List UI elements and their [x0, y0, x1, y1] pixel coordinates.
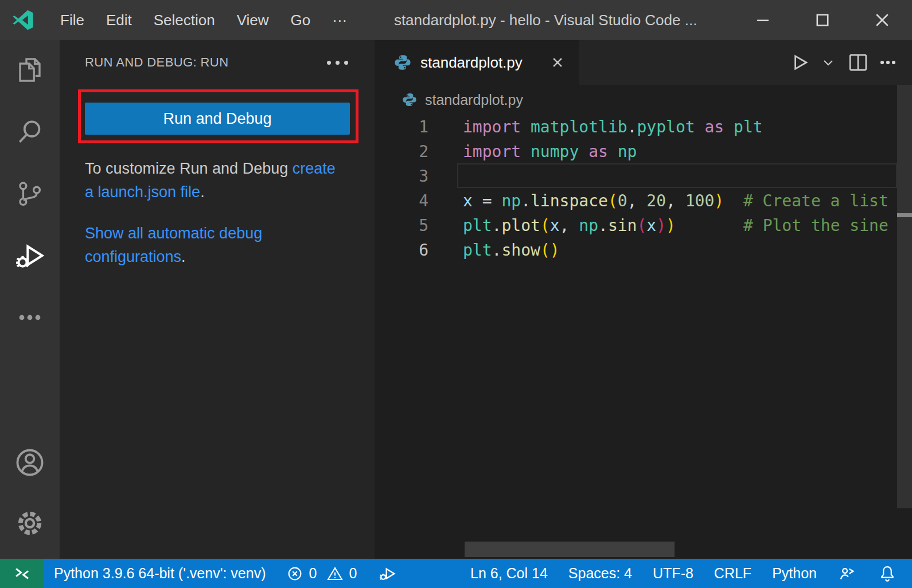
remote-indicator[interactable] [0, 559, 44, 588]
problems-status[interactable]: 0 0 [276, 559, 367, 588]
code-line[interactable]: 3 [375, 164, 912, 189]
more-actions-icon[interactable] [875, 50, 901, 75]
notifications-status[interactable] [867, 559, 907, 588]
python-icon [402, 92, 417, 107]
code-text: import matplotlib.pyplot as plt [463, 115, 763, 139]
indentation-status[interactable]: Spaces: 4 [558, 559, 642, 588]
code-line[interactable]: 6plt.show() [375, 238, 912, 262]
tab-label: standardplot.py [420, 54, 540, 72]
sidebar-header: RUN AND DEBUG: RUN [60, 40, 375, 85]
run-and-debug-button[interactable]: Run and Debug [85, 103, 350, 135]
code-line[interactable]: 2import numpy as np [375, 139, 912, 164]
code-text: plt.show() [463, 238, 560, 262]
menu-item-view[interactable]: View [226, 0, 280, 40]
breadcrumb-item[interactable]: standardplot.py [425, 92, 523, 108]
horizontal-scrollbar[interactable] [465, 542, 675, 557]
feedback-icon [837, 564, 857, 583]
account-icon[interactable] [14, 446, 46, 479]
menu-item-edit[interactable]: Edit [95, 0, 143, 40]
line-number: 2 [375, 139, 428, 164]
activity-bar [0, 40, 60, 559]
error-count: 0 [309, 565, 317, 582]
editor-actions [786, 40, 912, 85]
run-and-debug-icon[interactable] [14, 240, 46, 272]
run-python-file-icon[interactable] [786, 50, 811, 75]
title-bar: FileEditSelectionViewGo··· standardplot.… [0, 0, 912, 40]
warnings-icon [326, 565, 344, 582]
window-title: standardplot.py - hello - Visual Studio … [358, 11, 733, 29]
maximize-button[interactable] [793, 0, 852, 40]
menu-item-[interactable]: ··· [321, 0, 358, 40]
eol-status[interactable]: CRLF [704, 559, 762, 588]
line-number: 1 [375, 115, 428, 139]
explorer-icon[interactable] [14, 54, 46, 86]
code-text: plt.plot(x, np.sin(x)) # Plot the sine [463, 213, 888, 238]
activity-bar-bottom [14, 446, 46, 559]
cursor-position-status[interactable]: Ln 6, Col 14 [460, 559, 558, 588]
tab-bar: standardplot.py [375, 40, 912, 85]
bell-icon [878, 564, 897, 583]
debug-hints: To customize Run and Debug create a laun… [85, 157, 342, 269]
editor-group: standardplot.py [375, 40, 912, 559]
split-editor-icon[interactable] [845, 50, 871, 75]
python-interpreter-status[interactable]: Python 3.9.6 64-bit ('.venv': venv) [44, 559, 276, 588]
vscode-window: FileEditSelectionViewGo··· standardplot.… [0, 0, 912, 588]
status-bar-right: Ln 6, Col 14 Spaces: 4 UTF-8 CRLF Python [460, 559, 912, 588]
workbench: RUN AND DEBUG: RUN Run and Debug To cust… [0, 40, 912, 559]
settings-gear-icon[interactable] [14, 507, 46, 539]
code-line[interactable]: 1import matplotlib.pyplot as plt [375, 115, 912, 139]
auto-configs-hint: Show all automatic debug configurations. [85, 222, 342, 269]
line-number: 4 [375, 189, 428, 213]
code-line[interactable]: 4x = np.linspace(0, 20, 100) # Create a … [375, 189, 912, 213]
line-number: 5 [375, 213, 428, 238]
tab-standardplot[interactable]: standardplot.py [375, 40, 579, 85]
vertical-scrollbar[interactable] [897, 85, 912, 508]
debug-status[interactable] [367, 559, 407, 588]
code-line[interactable]: 5plt.plot(x, np.sin(x)) # Plot the sine [375, 213, 912, 238]
search-icon[interactable] [14, 116, 46, 148]
breadcrumb[interactable]: standardplot.py [375, 85, 912, 115]
close-window-button[interactable] [852, 0, 912, 40]
warning-count: 0 [349, 565, 357, 582]
more-views-icon[interactable] [14, 301, 46, 334]
window-controls [733, 0, 912, 40]
feedback-status[interactable] [827, 559, 867, 588]
language-mode-status[interactable]: Python [762, 559, 827, 588]
source-control-icon[interactable] [14, 178, 46, 210]
activity-bar-top [14, 40, 46, 334]
run-dropdown-chevron-icon[interactable] [816, 50, 841, 75]
overview-ruler-cursor-marker [897, 213, 912, 217]
menu-item-file[interactable]: File [49, 0, 95, 40]
show-debug-configs-link[interactable]: Show all automatic debug configurations [85, 225, 262, 265]
encoding-status[interactable]: UTF-8 [642, 559, 704, 588]
python-icon [394, 54, 411, 71]
line-number: 6 [375, 238, 428, 262]
sidebar-title: RUN AND DEBUG: RUN [85, 55, 228, 70]
status-bar: Python 3.9.6 64-bit ('.venv': venv) 0 0 … [0, 559, 912, 588]
code-editor[interactable]: 1import matplotlib.pyplot as plt2import … [375, 115, 912, 559]
remote-indicator-icon [12, 564, 32, 583]
run-and-debug-sidebar: RUN AND DEBUG: RUN Run and Debug To cust… [60, 40, 375, 559]
close-tab-icon[interactable] [549, 54, 566, 71]
code-text: import numpy as np [463, 139, 637, 164]
debug-status-icon [377, 564, 397, 583]
errors-icon [286, 565, 303, 582]
customize-hint: To customize Run and Debug create a laun… [85, 157, 342, 204]
more-actions-icon[interactable] [327, 61, 348, 65]
menu-item-go[interactable]: Go [280, 0, 322, 40]
menu-item-selection[interactable]: Selection [143, 0, 226, 40]
code-text: x = np.linspace(0, 20, 100) # Create a l… [463, 189, 888, 213]
minimize-button[interactable] [733, 0, 793, 40]
menu-bar: FileEditSelectionViewGo··· [49, 0, 358, 40]
line-number: 3 [375, 164, 428, 189]
vscode-logo-icon [11, 9, 34, 32]
